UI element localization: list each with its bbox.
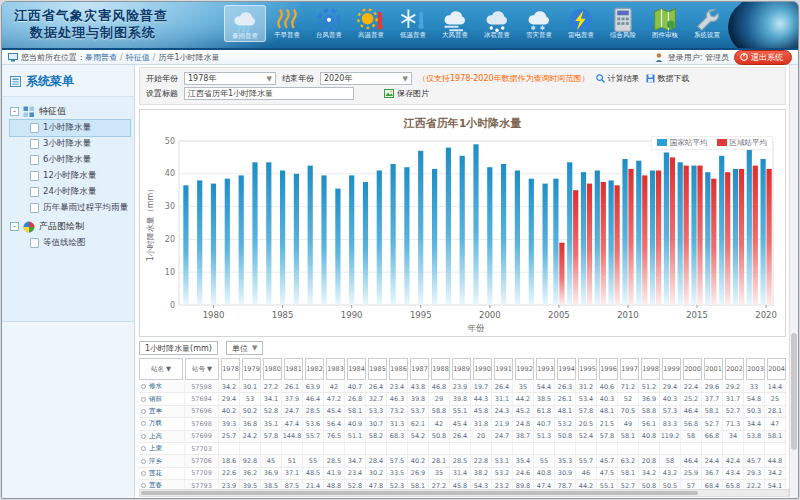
column-header-year[interactable]: 1992 xyxy=(515,358,534,380)
logout-button[interactable]: 退出系统 xyxy=(734,50,792,65)
radio-icon[interactable] xyxy=(141,483,146,488)
column-header-year[interactable]: 1989 xyxy=(452,358,471,380)
sidebar-item-历年暴雨过程平均雨量[interactable]: 历年暴雨过程平均雨量 xyxy=(10,200,130,216)
column-header-year[interactable]: 1980 xyxy=(263,358,282,380)
unit-dropdown[interactable]: 单位▼ xyxy=(226,341,263,355)
column-header-year[interactable]: 1995 xyxy=(578,358,597,380)
download-button[interactable]: 数据下载 xyxy=(646,73,690,84)
v-scroll-thumb[interactable] xyxy=(791,333,797,450)
value-cell: 28.1 xyxy=(429,455,450,466)
column-header-year[interactable]: 1986 xyxy=(389,358,408,380)
value-cell: 34.2 xyxy=(765,468,786,479)
vertical-scrollbar[interactable] xyxy=(789,65,798,498)
radio-icon[interactable] xyxy=(141,471,146,476)
wind-cloud-icon xyxy=(440,6,470,30)
value-cell: 39.8 xyxy=(450,393,471,404)
column-header-year[interactable]: 1991 xyxy=(494,358,513,380)
column-header-year[interactable]: 1979 xyxy=(242,358,261,380)
sidebar-item-12小时降水量[interactable]: 12小时降水量 xyxy=(10,168,130,184)
radio-icon[interactable] xyxy=(141,459,146,464)
nav-item-2[interactable]: 干旱普查 xyxy=(266,5,308,42)
radio-icon[interactable] xyxy=(141,434,146,439)
column-header-year[interactable]: 1998 xyxy=(641,358,660,380)
breadcrumb-item[interactable]: 暴雨普查 xyxy=(85,53,117,62)
value-type-chip[interactable]: 1小时降水量(mm) xyxy=(139,341,218,355)
column-header-year[interactable]: 1994 xyxy=(557,358,576,380)
radio-icon[interactable] xyxy=(141,421,146,426)
nav-item-1[interactable]: 暴雨普查 xyxy=(224,5,266,42)
table-row[interactable]: 上高5769925.724.257.8144.855.776.551.158.2… xyxy=(139,431,786,443)
breadcrumb-item[interactable]: 特征值 xyxy=(126,53,150,62)
end-year-select[interactable]: 2020年▼ xyxy=(320,72,412,85)
value-cell: 37.7 xyxy=(702,393,723,404)
nav-item-label: 大风普查 xyxy=(436,30,475,39)
nav-item-10[interactable]: 综合风险 xyxy=(602,5,644,42)
table-row[interactable]: 莲花5770922.636.236.937.148.541.923.430.23… xyxy=(139,468,786,480)
column-header-year[interactable]: 1987 xyxy=(410,358,429,380)
legend-entry[interactable]: 国家站平均 xyxy=(657,138,708,148)
collapse-icon[interactable]: - xyxy=(10,107,19,116)
sidebar-item-1小时降水量[interactable]: 1小时降水量 xyxy=(10,120,130,136)
column-header-year[interactable]: 1993 xyxy=(536,358,555,380)
nav-item-7[interactable]: 冰雹普查 xyxy=(476,5,518,42)
column-header-station[interactable]: 站名 ▼ xyxy=(139,358,183,380)
column-header-year[interactable]: 2001 xyxy=(704,358,723,380)
nav-item-11[interactable]: 图件审核 xyxy=(644,5,686,42)
nav-item-8[interactable]: 雪灾普查 xyxy=(518,5,560,42)
column-header-year[interactable]: 1982 xyxy=(305,358,324,380)
radio-icon[interactable] xyxy=(141,384,146,389)
table-row[interactable]: 修水5759834.230.127.226.163.94240.726.423.… xyxy=(139,381,786,393)
radio-icon[interactable] xyxy=(141,409,146,414)
column-header-year[interactable]: 1983 xyxy=(326,358,345,380)
column-header-year[interactable]: 1985 xyxy=(368,358,387,380)
calculate-button[interactable]: 计算结果 xyxy=(596,73,640,84)
sidebar-item-6小时降水量[interactable]: 6小时降水量 xyxy=(10,152,130,168)
nav-item-4[interactable]: 高温普查 xyxy=(350,5,392,42)
column-header-year[interactable]: 1988 xyxy=(431,358,450,380)
nav-item-3[interactable]: 台风普查 xyxy=(308,5,350,42)
nav-item-12[interactable]: 系统设置 xyxy=(686,5,728,42)
column-header-year[interactable]: 1984 xyxy=(347,358,366,380)
chart-title-input[interactable]: 江西省历年1小时降水量 xyxy=(184,87,354,100)
tree-group-header[interactable]: - 特征值 xyxy=(10,103,130,120)
radio-icon[interactable] xyxy=(141,446,146,451)
table-row[interactable]: 铜鼓5769429.45334.137.946.447.226.832.746.… xyxy=(139,393,786,405)
save-image-button[interactable]: 保存图片 xyxy=(384,88,429,99)
horizontal-scrollbar[interactable] xyxy=(139,489,789,497)
table-row[interactable]: 万载5769839.336.835.147.453.656.440.930.73… xyxy=(139,418,786,430)
column-header-year[interactable]: 1997 xyxy=(620,358,639,380)
legend-swatch xyxy=(717,139,727,146)
value-cell: 53.2 xyxy=(555,418,576,429)
column-header-year[interactable]: 2003 xyxy=(746,358,765,380)
column-header-year[interactable]: 1978 xyxy=(221,358,240,380)
column-header-year[interactable]: 2004 xyxy=(767,358,786,380)
column-header-year[interactable]: 1999 xyxy=(662,358,681,380)
collapse-icon[interactable]: - xyxy=(10,222,19,231)
radio-icon[interactable] xyxy=(141,397,146,402)
tree-group-header[interactable]: - 产品图绘制 xyxy=(10,218,130,235)
table-row[interactable]: 宜丰5769640.250.252.824.728.545.458.153.37… xyxy=(139,406,786,418)
nav-item-6[interactable]: 大风普查 xyxy=(434,5,476,42)
legend-entry[interactable]: 区域站平均 xyxy=(717,138,768,148)
start-year-select[interactable]: 1978年▼ xyxy=(184,72,276,85)
sidebar-item-3小时降水量[interactable]: 3小时降水量 xyxy=(10,136,130,152)
column-header-year[interactable]: 2002 xyxy=(725,358,744,380)
value-cell: 48.5 xyxy=(303,468,324,479)
table-row[interactable]: 上栗57703 xyxy=(139,443,786,455)
tree-group-label: 特征值 xyxy=(39,105,66,118)
sidebar-item-24小时降水量[interactable]: 24小时降水量 xyxy=(10,184,130,200)
nav-item-9[interactable]: 雷电普查 xyxy=(560,5,602,42)
h-scroll-thumb[interactable] xyxy=(141,491,698,495)
column-header-year[interactable]: 1996 xyxy=(599,358,618,380)
column-header-year[interactable]: 1981 xyxy=(284,358,303,380)
chart-legend[interactable]: 国家站平均区域站平均 xyxy=(651,136,773,150)
column-header-id[interactable]: 站号 ▼ xyxy=(185,358,219,380)
table-row[interactable]: 萍乡5770618.692.845515528.534.728.457.540.… xyxy=(139,455,786,467)
nav-item-5[interactable]: 低温普查 xyxy=(392,5,434,42)
sidebar-item-等值线绘图[interactable]: 等值线绘图 xyxy=(10,235,130,251)
column-header-year[interactable]: 1990 xyxy=(473,358,492,380)
value-cell: 50.2 xyxy=(240,406,261,417)
value-cell: 76.5 xyxy=(324,431,345,442)
breadcrumb-item[interactable]: 历年1小时降水量 xyxy=(158,53,219,62)
column-header-year[interactable]: 2000 xyxy=(683,358,702,380)
